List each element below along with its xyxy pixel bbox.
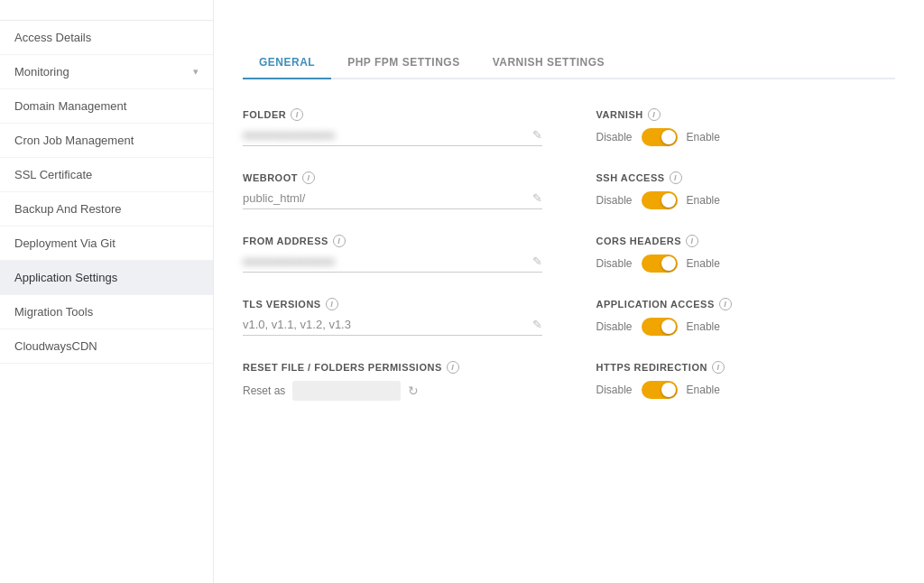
info-icon-cors-headers[interactable]: i bbox=[686, 235, 698, 247]
main-content: GENERALPHP FPM SETTINGSVARNISH SETTINGS … bbox=[214, 0, 924, 583]
tab-varnish-settings[interactable]: VARNISH SETTINGS bbox=[476, 47, 621, 79]
toggle-varnish[interactable] bbox=[642, 128, 678, 146]
toggle-application-access[interactable] bbox=[642, 318, 678, 336]
disable-label-application-access: Disable bbox=[596, 320, 633, 333]
setting-label-cors-headers: CORS Headersi bbox=[596, 235, 896, 247]
setting-label-tls-versions: TLS VERSIONSi bbox=[243, 298, 542, 310]
toggle-row-application-access: DisableEnable bbox=[596, 318, 896, 336]
tab-php-fpm-settings[interactable]: PHP FPM SETTINGS bbox=[331, 47, 476, 79]
sidebar-item-label-migration-tools: Migration Tools bbox=[14, 305, 93, 319]
right-settings-column: VARNISHiDisableEnableSSH ACCESSiDisableE… bbox=[596, 108, 896, 426]
toggle-row-https-redirection: DisableEnable bbox=[596, 381, 896, 399]
setting-block-cors-headers: CORS HeadersiDisableEnable bbox=[596, 235, 896, 273]
sidebar-item-label-domain-management: Domain Management bbox=[14, 99, 126, 113]
setting-input-row-webroot: public_html/✎ bbox=[243, 191, 542, 209]
setting-block-from-address: FROM ADDRESSi●●●●●●●●●●●●●✎ bbox=[243, 235, 542, 273]
setting-label-varnish: VARNISHi bbox=[596, 108, 896, 121]
sidebar-item-domain-management[interactable]: Domain Management bbox=[0, 89, 213, 124]
toggle-cors-headers[interactable] bbox=[642, 254, 678, 273]
sidebar-item-cron-job-management[interactable]: Cron Job Management bbox=[0, 124, 213, 158]
info-icon-from-address[interactable]: i bbox=[333, 235, 346, 247]
info-icon-https-redirection[interactable]: i bbox=[712, 361, 725, 374]
setting-input-row-folder: ●●●●●●●●●●●●●✎ bbox=[243, 128, 542, 146]
setting-label-text-reset-file-folders: RESET FILE / FOLDERS PERMISSIONS bbox=[243, 362, 442, 373]
sidebar-item-label-cron-job-management: Cron Job Management bbox=[14, 134, 134, 147]
sidebar-item-migration-tools[interactable]: Migration Tools bbox=[0, 295, 213, 329]
info-icon-application-access[interactable]: i bbox=[719, 298, 732, 310]
sidebar-item-label-cloudwayscdn: CloudwaysCDN bbox=[14, 339, 97, 353]
edit-icon-from-address[interactable]: ✎ bbox=[532, 254, 542, 268]
edit-icon-folder[interactable]: ✎ bbox=[532, 128, 542, 142]
enable-label-cors-headers: Enable bbox=[687, 257, 720, 270]
chevron-down-icon: ▾ bbox=[193, 66, 199, 78]
setting-value-from-address: ●●●●●●●●●●●●● bbox=[243, 254, 527, 268]
reset-as-label: Reset as bbox=[243, 384, 285, 397]
sidebar-item-cloudwayscdn[interactable]: CloudwaysCDN bbox=[0, 329, 213, 364]
setting-label-ssh-access: SSH ACCESSi bbox=[596, 171, 896, 184]
setting-label-text-webroot: WEBROOT bbox=[243, 172, 298, 183]
sidebar-header bbox=[0, 0, 213, 21]
toggle-row-ssh-access: DisableEnable bbox=[596, 191, 896, 209]
setting-label-text-cors-headers: CORS Headers bbox=[596, 236, 682, 246]
sidebar-item-backup-and-restore[interactable]: Backup And Restore bbox=[0, 192, 213, 227]
setting-block-https-redirection: HTTPS REDIRECTIONiDisableEnable bbox=[596, 361, 896, 399]
info-icon-varnish[interactable]: i bbox=[648, 108, 661, 121]
toggle-row-cors-headers: DisableEnable bbox=[596, 254, 896, 273]
setting-block-reset-file-folders: RESET FILE / FOLDERS PERMISSIONSiReset a… bbox=[243, 361, 542, 401]
setting-label-text-ssh-access: SSH ACCESS bbox=[596, 172, 665, 183]
setting-input-row-tls-versions: v1.0, v1.1, v1.2, v1.3✎ bbox=[243, 318, 542, 336]
enable-label-application-access: Enable bbox=[687, 320, 720, 333]
setting-label-from-address: FROM ADDRESSi bbox=[243, 235, 542, 247]
disable-label-cors-headers: Disable bbox=[596, 257, 633, 270]
setting-label-text-tls-versions: TLS VERSIONS bbox=[243, 299, 321, 310]
setting-label-webroot: WEBROOTi bbox=[243, 171, 542, 184]
reset-row: Reset as ↻ bbox=[243, 381, 542, 401]
setting-label-text-https-redirection: HTTPS REDIRECTION bbox=[596, 362, 707, 373]
edit-icon-webroot[interactable]: ✎ bbox=[532, 191, 542, 205]
disable-label-https-redirection: Disable bbox=[596, 384, 633, 396]
setting-label-reset-file-folders: RESET FILE / FOLDERS PERMISSIONSi bbox=[243, 361, 542, 374]
setting-block-varnish: VARNISHiDisableEnable bbox=[596, 108, 896, 146]
setting-input-row-from-address: ●●●●●●●●●●●●●✎ bbox=[243, 254, 542, 273]
sidebar-item-deployment-via-git[interactable]: Deployment Via Git bbox=[0, 227, 213, 261]
setting-block-ssh-access: SSH ACCESSiDisableEnable bbox=[596, 171, 896, 209]
info-icon-webroot[interactable]: i bbox=[302, 171, 315, 184]
info-icon-tls-versions[interactable]: i bbox=[326, 298, 338, 310]
enable-label-ssh-access: Enable bbox=[687, 194, 720, 207]
sidebar-item-monitoring[interactable]: Monitoring▾ bbox=[0, 55, 213, 89]
sidebar: Access DetailsMonitoring▾Domain Manageme… bbox=[0, 0, 214, 583]
toggle-row-varnish: DisableEnable bbox=[596, 128, 896, 146]
setting-block-webroot: WEBROOTipublic_html/✎ bbox=[243, 171, 542, 209]
tab-general[interactable]: GENERAL bbox=[243, 47, 331, 79]
setting-label-https-redirection: HTTPS REDIRECTIONi bbox=[596, 361, 896, 374]
setting-label-text-application-access: APPLICATION ACCESS bbox=[596, 299, 715, 310]
sidebar-item-ssl-certificate[interactable]: SSL Certificate bbox=[0, 158, 213, 192]
sidebar-item-access-details[interactable]: Access Details bbox=[0, 21, 213, 55]
setting-block-folder: FOLDERi●●●●●●●●●●●●●✎ bbox=[243, 108, 542, 146]
toggle-ssh-access[interactable] bbox=[642, 191, 678, 209]
sidebar-item-label-deployment-via-git: Deployment Via Git bbox=[14, 236, 116, 250]
sidebar-item-application-settings[interactable]: Application Settings bbox=[0, 261, 213, 295]
setting-label-folder: FOLDERi bbox=[243, 108, 542, 121]
setting-label-application-access: APPLICATION ACCESSi bbox=[596, 298, 896, 310]
refresh-icon[interactable]: ↻ bbox=[408, 384, 419, 398]
setting-block-tls-versions: TLS VERSIONSiv1.0, v1.1, v1.2, v1.3✎ bbox=[243, 298, 542, 336]
sidebar-item-label-ssl-certificate: SSL Certificate bbox=[14, 168, 92, 181]
info-icon-folder[interactable]: i bbox=[291, 108, 303, 121]
toggle-https-redirection[interactable] bbox=[642, 381, 678, 399]
setting-label-text-from-address: FROM ADDRESS bbox=[243, 236, 328, 246]
left-settings-column: FOLDERi●●●●●●●●●●●●●✎WEBROOTipublic_html… bbox=[243, 108, 542, 426]
edit-icon-tls-versions[interactable]: ✎ bbox=[532, 318, 542, 331]
setting-label-text-varnish: VARNISH bbox=[596, 109, 643, 120]
sidebar-item-label-backup-and-restore: Backup And Restore bbox=[14, 202, 122, 216]
setting-value-folder: ●●●●●●●●●●●●● bbox=[243, 128, 527, 142]
reset-as-select[interactable] bbox=[292, 381, 401, 401]
disable-label-varnish: Disable bbox=[596, 131, 633, 143]
disable-label-ssh-access: Disable bbox=[596, 194, 633, 207]
info-icon-reset-file-folders[interactable]: i bbox=[447, 361, 459, 374]
info-icon-ssh-access[interactable]: i bbox=[670, 171, 682, 184]
setting-value-tls-versions: v1.0, v1.1, v1.2, v1.3 bbox=[243, 318, 527, 331]
sidebar-item-label-monitoring: Monitoring bbox=[14, 65, 69, 79]
settings-grid: FOLDERi●●●●●●●●●●●●●✎WEBROOTipublic_html… bbox=[243, 108, 895, 426]
setting-block-application-access: APPLICATION ACCESSiDisableEnable bbox=[596, 298, 896, 336]
